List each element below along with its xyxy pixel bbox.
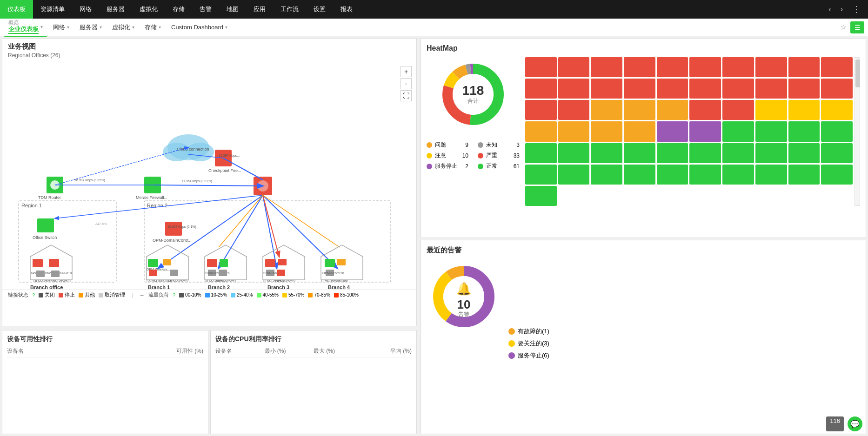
- heatmap-grid[interactable]: [525, 57, 860, 206]
- heatmap-cell[interactable]: [755, 57, 787, 77]
- heatmap-cell[interactable]: [755, 143, 787, 163]
- heatmap-cell[interactable]: [624, 100, 655, 120]
- heatmap-cell[interactable]: [657, 100, 688, 120]
- subnav-network[interactable]: 网络 ▾: [48, 21, 74, 33]
- nav-item-apps[interactable]: 应用: [246, 0, 273, 19]
- heatmap-cell[interactable]: [722, 165, 754, 185]
- heatmap-cell[interactable]: [755, 79, 787, 99]
- heatmap-cell[interactable]: [755, 165, 787, 185]
- nav-item-network[interactable]: 网络: [72, 0, 99, 19]
- heatmap-cell[interactable]: [788, 79, 820, 99]
- heatmap-cell[interactable]: [525, 143, 557, 163]
- nav-prev-button[interactable]: ‹: [825, 3, 835, 15]
- alerts-title: 最近的告警: [427, 246, 860, 255]
- chat-button[interactable]: 💬: [848, 416, 862, 431]
- zoom-in-button[interactable]: +: [401, 66, 412, 77]
- heatmap-cell[interactable]: [624, 57, 655, 77]
- heatmap-cell[interactable]: [657, 121, 688, 141]
- favorite-button[interactable]: ☆: [840, 23, 847, 32]
- subnav-menu-button[interactable]: ☰: [850, 21, 864, 33]
- heatmap-cell[interactable]: [788, 57, 820, 77]
- heatmap-cell[interactable]: [821, 143, 853, 163]
- subnav-virtual[interactable]: 虚拟化 ▾: [107, 21, 139, 33]
- heatmap-cell[interactable]: [657, 165, 688, 185]
- subnav-custom-dashboard[interactable]: Custom Dashboard ▾: [167, 22, 232, 33]
- subnav-storage[interactable]: 存储 ▾: [140, 21, 166, 33]
- nav-item-virtual[interactable]: 虚拟化: [132, 0, 165, 19]
- heatmap-scrollbar[interactable]: [855, 57, 860, 206]
- heatmap-cell[interactable]: [591, 79, 622, 99]
- heatmap-cell[interactable]: [624, 79, 655, 99]
- heatmap-cell[interactable]: [788, 143, 820, 163]
- heatmap-cell[interactable]: [788, 121, 820, 141]
- heatmap-cell[interactable]: [525, 121, 557, 141]
- heatmap-cell[interactable]: [591, 57, 622, 77]
- heatmap-cell[interactable]: [525, 79, 557, 99]
- subnav-server[interactable]: 服务器 ▾: [75, 21, 107, 33]
- heatmap-cell[interactable]: [525, 186, 557, 206]
- heatmap-cell[interactable]: [689, 100, 721, 120]
- nav-menu-button[interactable]: ⋮: [848, 2, 864, 16]
- nav-item-server[interactable]: 服务器: [99, 0, 132, 19]
- heatmap-cell[interactable]: [525, 165, 557, 185]
- flow-10-25: 10-25%: [205, 292, 227, 297]
- heatmap-cell[interactable]: [558, 100, 590, 120]
- heatmap-cell[interactable]: [558, 121, 590, 141]
- svg-rect-64: [219, 270, 227, 276]
- link-status-help[interactable]: ?: [32, 292, 35, 298]
- heatmap-cell[interactable]: [821, 121, 853, 141]
- legend-item-warning: 注意 10: [427, 152, 468, 159]
- heatmap-cell[interactable]: [558, 143, 590, 163]
- nav-item-inventory[interactable]: 资源清单: [33, 0, 72, 19]
- nav-next-button[interactable]: ›: [837, 3, 847, 15]
- subnav-overview[interactable]: 概览 企业仪表板 ▾: [4, 18, 47, 37]
- nav-item-reports[interactable]: 报表: [333, 0, 360, 19]
- flow-10-25-dot: [205, 293, 210, 297]
- heatmap-cell[interactable]: [755, 121, 787, 141]
- nav-item-settings[interactable]: 设置: [306, 0, 333, 19]
- svg-rect-48: [36, 271, 45, 277]
- heatmap-cell[interactable]: [624, 121, 655, 141]
- nav-item-dashboard[interactable]: 仪表板: [0, 0, 33, 19]
- heatmap-cell[interactable]: [788, 100, 820, 120]
- heatmap-cell[interactable]: [722, 57, 754, 77]
- heatmap-cell[interactable]: [821, 100, 853, 120]
- nav-item-storage[interactable]: 存储: [165, 0, 192, 19]
- heatmap-cell[interactable]: [657, 143, 688, 163]
- heatmap-cell[interactable]: [689, 57, 721, 77]
- heatmap-cell[interactable]: [657, 79, 688, 99]
- heatmap-cell[interactable]: [657, 57, 688, 77]
- heatmap-cell[interactable]: [722, 79, 754, 99]
- heatmap-cell[interactable]: [821, 79, 853, 99]
- flow-help[interactable]: ?: [173, 292, 175, 298]
- heatmap-cell[interactable]: [591, 121, 622, 141]
- expand-button[interactable]: ⛶: [401, 90, 412, 101]
- heatmap-cell[interactable]: [722, 100, 754, 120]
- heatmap-cell[interactable]: [525, 100, 557, 120]
- nav-item-map[interactable]: 地图: [219, 0, 246, 19]
- heatmap-cell[interactable]: [624, 143, 655, 163]
- heatmap-cell[interactable]: [689, 143, 721, 163]
- heatmap-cell[interactable]: [591, 143, 622, 163]
- heatmap-cell[interactable]: [689, 121, 721, 141]
- nav-item-workflow[interactable]: 工作流: [273, 0, 306, 19]
- heatmap-cell[interactable]: [722, 121, 754, 141]
- nav-item-alerts[interactable]: 告警: [192, 0, 219, 19]
- heatmap-cell[interactable]: [558, 57, 590, 77]
- heatmap-cell[interactable]: [591, 100, 622, 120]
- zoom-out-button[interactable]: -: [401, 78, 412, 89]
- heatmap-cell[interactable]: [689, 165, 721, 185]
- heatmap-cell[interactable]: [722, 143, 754, 163]
- legend-item-problem: 问题 9: [427, 141, 468, 149]
- heatmap-cell[interactable]: [558, 79, 590, 99]
- topology-area[interactable]: Region 1 Region 2 Cloud connection TDM R…: [2, 61, 416, 289]
- heatmap-cell[interactable]: [821, 57, 853, 77]
- heatmap-cell[interactable]: [558, 165, 590, 185]
- heatmap-cell[interactable]: [591, 165, 622, 185]
- heatmap-cell[interactable]: [821, 165, 853, 185]
- heatmap-cell[interactable]: [525, 57, 557, 77]
- heatmap-cell[interactable]: [624, 165, 655, 185]
- heatmap-cell[interactable]: [755, 100, 787, 120]
- heatmap-cell[interactable]: [689, 79, 721, 99]
- heatmap-cell[interactable]: [788, 165, 820, 185]
